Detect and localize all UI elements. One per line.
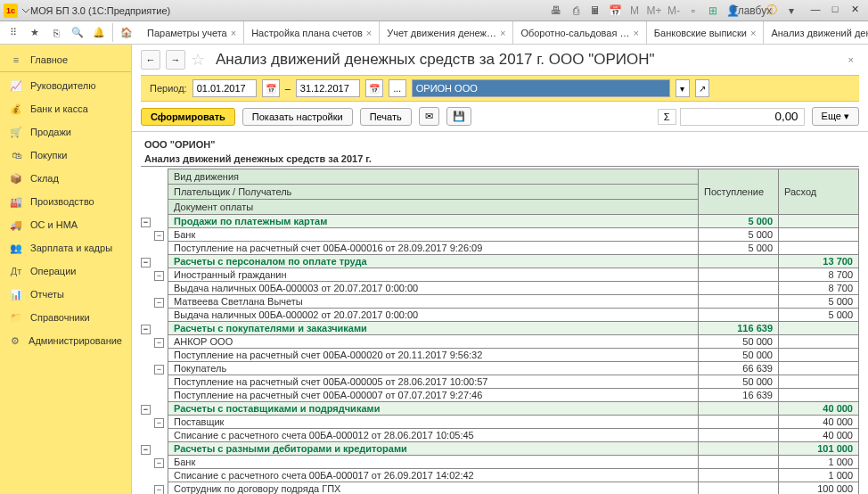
sigma-icon[interactable]: Σ [658, 109, 676, 125]
collapse-icon[interactable]: − [154, 458, 164, 468]
m-minus-icon[interactable]: M- [667, 4, 681, 18]
sidebar-item[interactable]: 📦Склад [0, 167, 131, 190]
table-row[interactable]: Списание с расчетного счета 00БА-000017 … [141, 469, 859, 482]
collapse-icon[interactable]: − [154, 231, 164, 241]
tab[interactable]: Учет движения денеж… × [380, 21, 513, 44]
back-button[interactable]: ← [141, 50, 160, 70]
search-icon[interactable]: 🔍 [68, 23, 87, 43]
sidebar-item[interactable]: ДтОперации [0, 259, 131, 283]
collapse-icon[interactable]: − [141, 405, 151, 415]
collapse-icon[interactable]: − [154, 418, 164, 428]
tab-close-icon[interactable]: × [633, 28, 638, 38]
calculator-icon[interactable]: 🖩 [588, 4, 602, 18]
collapse-icon[interactable]: − [154, 365, 164, 375]
favorite-star-icon[interactable]: ☆ [191, 50, 205, 70]
table-row[interactable]: −Банк1 000 [141, 456, 859, 469]
table-row[interactable]: −Расчеты с персоналом по оплате труда13 … [141, 255, 859, 268]
sidebar-item[interactable]: ≡Главное [0, 48, 131, 72]
table-row[interactable]: Поступление на расчетный счет 00БА-00000… [141, 389, 859, 402]
collapse-icon[interactable]: − [141, 218, 151, 227]
tab-close-icon[interactable]: × [366, 28, 372, 38]
table-row[interactable]: −Продажи по платежным картам5 000 [141, 215, 859, 228]
print-button[interactable]: Печать [360, 108, 412, 126]
sum-value-input[interactable] [680, 108, 805, 126]
sidebar-item[interactable]: 📊Отчеты [0, 283, 131, 306]
info-icon[interactable]: ⓘ [765, 4, 779, 18]
sidebar-item[interactable]: 📈Руководителю [0, 74, 131, 97]
report-area[interactable]: ООО "ОРИОН" Анализ движений денежных сре… [132, 132, 868, 494]
menu-dropdown-icon[interactable]: ▾ [784, 4, 798, 18]
date-from-input[interactable] [192, 79, 257, 97]
tab[interactable]: Анализ движений ден… × [764, 21, 868, 44]
sidebar-item[interactable]: ⚙Администрирование [0, 329, 131, 352]
page-close-button[interactable]: × [843, 54, 859, 65]
organization-picker-button[interactable]: ▾ [676, 79, 690, 97]
m-icon[interactable]: M [627, 4, 642, 18]
date-to-input[interactable] [296, 79, 360, 97]
tab[interactable]: Настройка плана счетов × [244, 21, 380, 44]
table-row[interactable]: −Расчеты с поставщиками и подрядчиками40… [141, 402, 859, 416]
favorites-icon[interactable]: ▫ [686, 4, 700, 18]
more-button[interactable]: Еще ▾ [812, 107, 859, 126]
table-row[interactable]: Списание с расчетного счета 00БА-000012 … [141, 429, 859, 442]
table-row[interactable]: −Банк5 000 [141, 228, 859, 242]
sidebar-item[interactable]: 🛍Покупки [0, 144, 131, 167]
apps-icon[interactable]: ⠿ [4, 23, 23, 43]
tab[interactable]: Банковские выписки × [647, 21, 765, 44]
table-row[interactable]: −Покупатель66 639 [141, 362, 859, 375]
sidebar-item[interactable]: 📁Справочники [0, 306, 131, 329]
history-icon[interactable]: ⎘ [46, 23, 66, 43]
collapse-icon[interactable]: − [154, 485, 164, 495]
table-row[interactable]: −Иностранный гражданин8 700 [141, 268, 859, 282]
collapse-icon[interactable]: − [154, 298, 164, 308]
tab-close-icon[interactable]: × [500, 28, 505, 38]
home-icon[interactable]: 🏠 [117, 23, 136, 43]
table-row[interactable]: −Поставщик40 000 [141, 416, 859, 429]
sidebar-item[interactable]: 💰Банк и касса [0, 97, 131, 120]
user-name[interactable]: Главбух [745, 4, 759, 18]
collapse-icon[interactable]: − [141, 258, 151, 268]
collapse-icon[interactable]: − [154, 338, 164, 348]
tab-close-icon[interactable]: × [750, 28, 756, 38]
preview-icon[interactable]: ⎙ [569, 4, 583, 18]
table-row[interactable]: −Сотрудник по договору подряда ГПХ100 00… [141, 482, 859, 495]
sidebar-item[interactable]: 🏭Производство [0, 190, 131, 213]
maximize-button[interactable]: □ [825, 4, 845, 18]
table-row[interactable]: −Расчеты с покупателями и заказчиками116… [141, 322, 859, 335]
period-picker-button[interactable]: ... [389, 79, 406, 97]
table-row[interactable]: −Расчеты с разными дебиторами и кредитор… [141, 442, 859, 456]
show-settings-button[interactable]: Показать настройки [242, 108, 353, 126]
sidebar-item[interactable]: 🚚ОС и НМА [0, 213, 131, 236]
organization-input[interactable] [412, 79, 670, 97]
date-to-calendar-icon[interactable]: 📅 [365, 79, 383, 97]
save-button[interactable]: 💾 [446, 107, 471, 126]
tab-close-icon[interactable]: × [231, 28, 236, 38]
table-row[interactable]: −Матвеева Светлана Вычеты5 000 [141, 295, 859, 309]
windows-icon[interactable]: ⊞ [706, 4, 720, 18]
date-from-calendar-icon[interactable]: 📅 [262, 79, 280, 97]
table-row[interactable]: Поступление на расчетный счет 00БА-00000… [141, 375, 859, 389]
generate-button[interactable]: Сформировать [141, 108, 235, 126]
tab[interactable]: Оборотно-сальдовая … × [513, 21, 646, 44]
forward-button[interactable]: → [166, 50, 185, 70]
close-button[interactable]: ✕ [845, 4, 864, 18]
calendar-icon[interactable]: 📅 [608, 4, 622, 18]
collapse-icon[interactable]: − [141, 445, 151, 455]
minimize-button[interactable]: — [806, 4, 825, 18]
m-plus-icon[interactable]: M+ [647, 4, 661, 18]
collapse-icon[interactable]: − [141, 325, 151, 334]
table-row[interactable]: Поступление на расчетный счет 00БА-00001… [141, 242, 859, 255]
table-row[interactable]: Поступление на расчетный счет 00БА-00002… [141, 349, 859, 362]
organization-open-button[interactable]: ↗ [695, 79, 709, 97]
table-row[interactable]: −АНКОР ООО50 000 [141, 335, 859, 349]
email-button[interactable]: ✉ [419, 107, 439, 126]
sidebar-item[interactable]: 👥Зарплата и кадры [0, 236, 131, 259]
bell-icon[interactable]: 🔔 [89, 23, 109, 43]
sidebar-item[interactable]: 🛒Продажи [0, 120, 131, 144]
dropdown-icon[interactable] [21, 6, 30, 15]
table-row[interactable]: Выдача наличных 00БА-000002 от 20.07.201… [141, 309, 859, 322]
print-icon[interactable]: 🖶 [549, 4, 563, 18]
collapse-icon[interactable]: − [154, 271, 164, 281]
table-row[interactable]: Выдача наличных 00БА-000003 от 20.07.201… [141, 282, 859, 295]
tab[interactable]: Параметры учета × [140, 21, 244, 44]
